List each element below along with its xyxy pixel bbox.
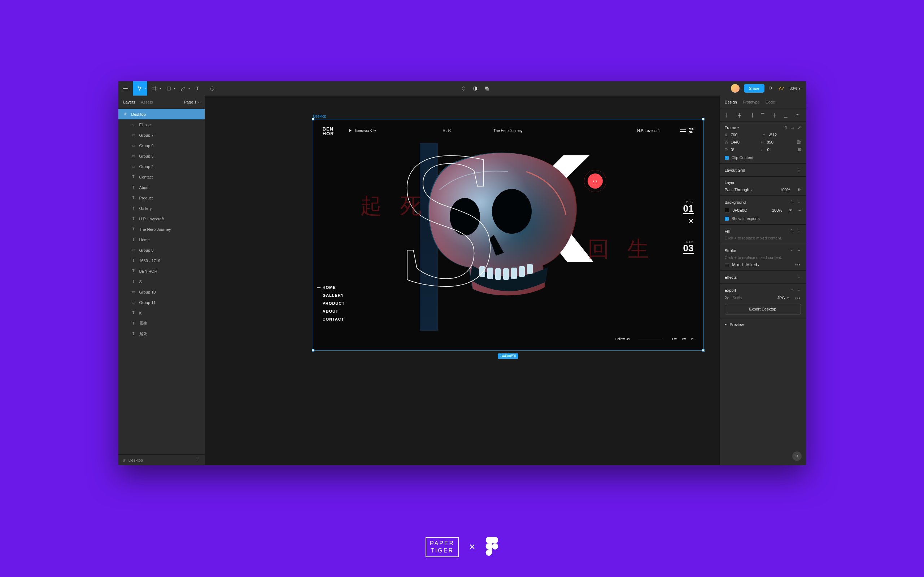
layer-opacity[interactable]: 100%: [780, 187, 790, 192]
user-avatar[interactable]: [731, 84, 740, 93]
clip-content-label: Clip Content: [732, 155, 754, 160]
layer-ben-hor[interactable]: TBEN HOR: [118, 266, 205, 276]
layer-contact[interactable]: TContact: [118, 172, 205, 182]
align-top-icon[interactable]: ▔: [759, 112, 766, 118]
tab-assets[interactable]: Assets: [141, 100, 153, 104]
stroke-align[interactable]: Mixed ▾: [746, 263, 759, 267]
stroke-styles-icon[interactable]: ∷: [791, 248, 793, 253]
layer-k[interactable]: TK: [118, 308, 205, 318]
export-button[interactable]: Export Desktop: [725, 304, 801, 314]
layer-group-2[interactable]: ▭Group 2: [118, 161, 205, 172]
remove-background[interactable]: −: [798, 208, 801, 213]
layer-h-p-lovecraft[interactable]: TH.P. Lovecraft: [118, 213, 205, 224]
bg-opacity[interactable]: 100%: [772, 208, 782, 213]
align-left-icon[interactable]: ▏: [725, 112, 731, 118]
layer-group-5[interactable]: ▭Group 5: [118, 151, 205, 161]
w-input[interactable]: [731, 140, 749, 144]
layers-footer[interactable]: # Desktop ⌃: [118, 455, 205, 465]
layer-1680-1719[interactable]: T1680 - 1719: [118, 255, 205, 266]
layer-group-10[interactable]: ▭Group 10: [118, 287, 205, 297]
layer-home[interactable]: THome: [118, 234, 205, 245]
menu-button[interactable]: [118, 81, 133, 95]
independent-corners-icon[interactable]: ⊞: [798, 147, 801, 152]
zoom-level[interactable]: 80% ▾: [789, 86, 800, 90]
tab-layers[interactable]: Layers: [123, 100, 135, 104]
menu-button: MENU: [680, 127, 694, 134]
component-icon[interactable]: [460, 81, 466, 95]
canvas[interactable]: Desktop BENHOR Nameless City 0 : 10 The …: [205, 95, 719, 465]
align-vcenter-icon[interactable]: ┼: [771, 112, 777, 118]
missing-fonts-badge[interactable]: A?: [779, 86, 783, 90]
tab-prototype[interactable]: Prototype: [743, 100, 760, 104]
fit-frame-icon[interactable]: ⤢: [798, 125, 801, 130]
layer--[interactable]: T回生: [118, 318, 205, 329]
resize-handle-bl[interactable]: [312, 349, 314, 351]
export-format[interactable]: JPG▾: [777, 296, 789, 300]
text-tool[interactable]: [191, 81, 205, 95]
export-suffix[interactable]: Suffix: [732, 296, 742, 300]
layer-group-8[interactable]: ▭Group 8: [118, 245, 205, 255]
bg-hex[interactable]: 0F0E0C: [733, 208, 747, 213]
bg-visibility-icon[interactable]: 👁: [789, 208, 793, 213]
layer-group-9[interactable]: ▭Group 9: [118, 140, 205, 151]
comment-tool[interactable]: [205, 81, 220, 95]
align-hcenter-icon[interactable]: ╪: [736, 112, 743, 118]
layer-the-hero-journey[interactable]: TThe Hero Journey: [118, 224, 205, 234]
align-bottom-icon[interactable]: ▁: [782, 112, 789, 118]
bg-styles-icon[interactable]: ∷: [791, 200, 793, 205]
layer--[interactable]: T起死: [118, 329, 205, 339]
orientation-landscape-icon[interactable]: ▭: [790, 125, 794, 130]
add-stroke[interactable]: ＋: [797, 248, 801, 253]
tab-design[interactable]: Design: [725, 100, 737, 104]
radius-input[interactable]: [767, 148, 785, 152]
export-scale[interactable]: 2x: [725, 296, 729, 300]
remove-export[interactable]: −: [791, 287, 793, 293]
layer-ellipse[interactable]: ○Ellipse: [118, 119, 205, 130]
boolean-icon[interactable]: [485, 81, 490, 95]
h-input[interactable]: [767, 140, 785, 144]
share-button[interactable]: Share: [744, 84, 764, 93]
tab-code[interactable]: Code: [766, 100, 775, 104]
rotation-input[interactable]: [731, 148, 749, 152]
present-button[interactable]: [769, 85, 773, 92]
layer-desktop[interactable]: #Desktop: [118, 109, 205, 119]
help-button[interactable]: ?: [792, 451, 802, 461]
stroke-weight[interactable]: Mixed: [732, 263, 743, 267]
frame-label[interactable]: Desktop: [313, 114, 327, 118]
layer-about[interactable]: TAbout: [118, 182, 205, 193]
add-fill[interactable]: ＋: [797, 228, 801, 234]
add-effect[interactable]: ＋: [797, 274, 801, 280]
mask-icon[interactable]: [472, 81, 478, 95]
y-input[interactable]: [769, 133, 787, 137]
add-background[interactable]: ＋: [797, 200, 801, 205]
export-options[interactable]: •••: [795, 296, 801, 300]
stroke-advanced[interactable]: •••: [795, 263, 801, 267]
add-export[interactable]: ＋: [797, 287, 801, 293]
resize-handle-tl[interactable]: [312, 118, 314, 121]
x-input[interactable]: [731, 133, 749, 137]
orientation-portrait-icon[interactable]: ▯: [785, 125, 787, 130]
collapse-icon[interactable]: ⌃: [196, 458, 200, 462]
layer-s[interactable]: TS: [118, 276, 205, 287]
show-in-exports-checkbox[interactable]: ✓: [725, 217, 729, 221]
page-selector[interactable]: Page 1▾: [184, 100, 200, 104]
blend-mode[interactable]: Pass Through ▾: [725, 187, 752, 192]
constrain-proportions-icon[interactable]: ⛓: [797, 140, 801, 144]
layer-product[interactable]: TProduct: [118, 193, 205, 203]
resize-handle-tr[interactable]: [702, 118, 704, 121]
branding-footer: PAPERTIGER ✕: [426, 537, 498, 557]
frame-dropdown-icon[interactable]: ▾: [737, 126, 739, 129]
bg-swatch[interactable]: [725, 208, 730, 213]
artboard-selection[interactable]: BENHOR Nameless City 0 : 10 The Hero Jou…: [313, 119, 703, 350]
clip-content-checkbox[interactable]: ✓: [725, 156, 729, 160]
fill-styles-icon[interactable]: ∷: [791, 228, 793, 234]
layer-gallery[interactable]: TGallery: [118, 203, 205, 213]
layer-group-7[interactable]: ▭Group 7: [118, 130, 205, 140]
distribute-icon[interactable]: ≡: [794, 112, 801, 118]
add-layout-grid[interactable]: ＋: [797, 167, 801, 173]
visibility-icon[interactable]: 👁: [797, 187, 801, 192]
layer-group-11[interactable]: ▭Group 11: [118, 297, 205, 308]
align-right-icon[interactable]: ▕: [748, 112, 754, 118]
preview-row[interactable]: ▸ Preview: [720, 318, 806, 330]
resize-handle-br[interactable]: [702, 349, 704, 351]
